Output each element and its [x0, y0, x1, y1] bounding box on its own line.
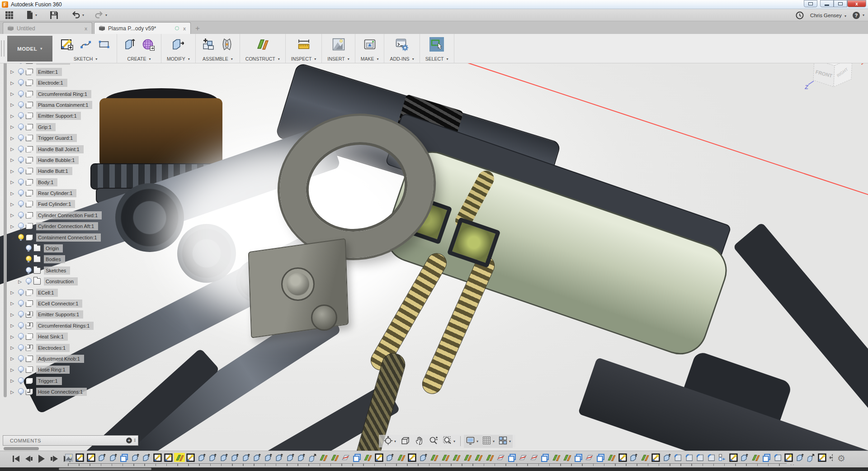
timeline-feature-sketch[interactable]: [374, 453, 383, 462]
timeline-feature-extrude[interactable]: [386, 453, 395, 462]
timeline-feature-plane[interactable]: [452, 453, 461, 462]
visibility-bulb-icon[interactable]: [18, 146, 24, 153]
orbit-button[interactable]: ▾: [382, 435, 398, 448]
timeline-feature-copy[interactable]: [507, 453, 516, 462]
layout-window-button[interactable]: [804, 0, 817, 7]
visibility-bulb-icon[interactable]: [18, 366, 24, 373]
browser-item-ecell-1[interactable]: ▷ECell:1: [9, 288, 102, 297]
redo-button[interactable]: ▾: [91, 10, 110, 20]
browser-item-origin[interactable]: ▷Origin: [17, 244, 102, 253]
timeline-feature-extrude[interactable]: [197, 453, 206, 462]
expand-arrow-icon[interactable]: ▷: [17, 268, 23, 273]
browser-item-trigger-guard-1[interactable]: ▷Trigger Guard:1: [9, 133, 102, 143]
browser-item-electrode-1[interactable]: ▷Electrode:1: [9, 78, 102, 87]
timeline-feature-plane[interactable]: [474, 453, 483, 462]
visibility-bulb-icon[interactable]: [18, 212, 24, 219]
timeline-feature-extrude[interactable]: [142, 453, 151, 462]
browser-item-label[interactable]: Grip:1: [36, 123, 56, 131]
timeline-feature-extrude[interactable]: [208, 453, 217, 462]
ribbon-group-label[interactable]: CONSTRUCT▾: [245, 56, 280, 62]
timeline-feature-plane[interactable]: [640, 453, 649, 462]
expand-arrow-icon[interactable]: ▷: [9, 378, 15, 383]
visibility-bulb-icon[interactable]: [18, 124, 24, 131]
timeline-feature-extrude[interactable]: [108, 453, 118, 462]
browser-item-body-1[interactable]: ▷Body:1: [9, 178, 102, 187]
expand-arrow-icon[interactable]: ▷: [9, 367, 15, 372]
timeline-feature-copy[interactable]: [762, 453, 771, 462]
minimize-button[interactable]: [820, 0, 834, 7]
scrollbar-thumb[interactable]: [59, 468, 151, 470]
ribbon-group-label[interactable]: SKETCH▾: [74, 56, 98, 62]
timeline-feature-fillet[interactable]: [707, 453, 716, 462]
ribbon-group-label[interactable]: ADD-INS▾: [390, 56, 414, 62]
timeline-feature-sketch[interactable]: [618, 453, 627, 462]
timeline-feature-extrude[interactable]: [219, 453, 228, 462]
browser-item-circumferential-rings-1[interactable]: ▷Circumferential Rings:1: [9, 321, 102, 330]
press-pull-icon[interactable]: [171, 37, 185, 52]
timeline-feature-fillet[interactable]: [684, 453, 693, 462]
new-tab-button[interactable]: +: [191, 24, 204, 34]
timeline-feature-project[interactable]: [529, 453, 538, 462]
browser-item-adjustment-knob-1[interactable]: ▷Adjustment Knob:1: [9, 354, 102, 363]
joint-icon[interactable]: [220, 37, 234, 52]
timeline-feature-align[interactable]: [718, 453, 727, 462]
help-button[interactable]: ? ▾: [853, 12, 864, 19]
look-at-button[interactable]: [399, 435, 412, 448]
visibility-bulb-icon[interactable]: [18, 179, 24, 186]
visibility-bulb-icon[interactable]: [18, 333, 24, 340]
visibility-bulb-icon[interactable]: [18, 300, 24, 307]
visibility-bulb-icon[interactable]: [18, 377, 24, 385]
timeline-feature-plane[interactable]: [430, 453, 439, 462]
timeline-ruler[interactable]: [68, 463, 787, 466]
ribbon-group-label[interactable]: SELECT▾: [425, 56, 448, 62]
horizontal-scrollbar[interactable]: [0, 467, 868, 471]
browser-item-emitter-supports-1[interactable]: ▷Emitter Supports:1: [9, 310, 102, 319]
browser-item-label[interactable]: Circumferential Ring:1: [36, 90, 91, 98]
browser-item-label[interactable]: Body:1: [36, 178, 57, 186]
visibility-bulb-icon[interactable]: [25, 278, 31, 285]
timeline-feature-extrude[interactable]: [98, 453, 107, 462]
timeline-feature-plane[interactable]: [363, 453, 373, 462]
timeline-feature-extrude[interactable]: [264, 453, 273, 462]
expand-arrow-icon[interactable]: ▷: [9, 301, 15, 306]
new-component-icon[interactable]: [201, 37, 216, 52]
browser-item-label[interactable]: Electrode:1: [36, 79, 67, 87]
measure-icon[interactable]: [297, 37, 311, 52]
timeline-feature-sketch[interactable]: [86, 453, 95, 462]
browser-item-label[interactable]: Electrodes:1: [36, 344, 70, 352]
visibility-bulb-icon[interactable]: [25, 267, 31, 274]
browser-item-containment-connection-1[interactable]: ◢Containment Connection:1: [9, 233, 102, 242]
expand-arrow-icon[interactable]: ▷: [9, 124, 15, 129]
ribbon-group-label[interactable]: MAKE▾: [361, 56, 379, 62]
timeline-feature-copy[interactable]: [541, 453, 550, 462]
expand-arrow-icon[interactable]: ▷: [9, 114, 15, 119]
browser-item-label[interactable]: Plasma Containment:1: [36, 101, 92, 109]
browser-item-label[interactable]: Origin: [44, 244, 63, 252]
timeline-feature-plane[interactable]: [330, 453, 339, 462]
timeline-feature-extrude[interactable]: [629, 453, 638, 462]
visibility-bulb-icon[interactable]: [18, 190, 24, 197]
visibility-bulb-icon[interactable]: [18, 388, 24, 395]
grid-layout-button[interactable]: ▾: [480, 435, 496, 448]
expand-arrow-icon[interactable]: ▷: [9, 312, 15, 317]
add-comment-icon[interactable]: +: [126, 438, 132, 443]
attached-canvas-icon[interactable]: [331, 37, 346, 52]
expand-arrow-icon[interactable]: ▷: [17, 257, 23, 262]
expand-arrow-icon[interactable]: ▷: [9, 224, 15, 229]
panel-scrollbar[interactable]: [4, 447, 39, 450]
timeline-feature-move4[interactable]: [829, 453, 833, 462]
form-icon[interactable]: [141, 37, 156, 52]
visibility-bulb-icon[interactable]: [25, 245, 31, 252]
ribbon-group-label[interactable]: CREATE▾: [127, 56, 151, 62]
browser-item-label[interactable]: Emitter Support:1: [36, 112, 81, 120]
expand-arrow-icon[interactable]: ▷: [9, 390, 15, 395]
browser-item-label[interactable]: Hose Ring:1: [36, 366, 70, 374]
plane-large-icon[interactable]: [255, 37, 270, 52]
visibility-bulb-icon[interactable]: [18, 344, 24, 352]
tab-plasma-pistol[interactable]: Plasma P...ody v59* x: [94, 22, 191, 34]
timeline-play-button[interactable]: [38, 455, 45, 463]
browser-item-circumferential-ring-1[interactable]: ▷Circumferential Ring:1: [9, 90, 102, 99]
visibility-bulb-icon[interactable]: [18, 234, 24, 241]
visibility-bulb-icon[interactable]: [18, 167, 24, 175]
browser-item-hose-ring-1[interactable]: ▷Hose Ring:1: [9, 365, 102, 374]
